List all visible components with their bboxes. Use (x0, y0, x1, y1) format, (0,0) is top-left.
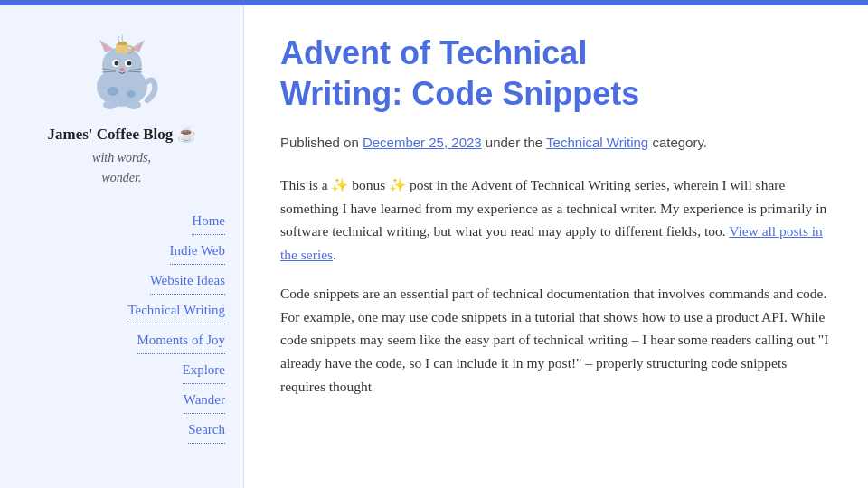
sidebar-item-technical-writing[interactable]: Technical Writing (127, 296, 225, 324)
sidebar-item-wander[interactable]: Wander (184, 386, 225, 414)
meta-category-link[interactable]: Technical Writing (546, 135, 648, 150)
post-title-line2: Writing: Code Snippets (280, 75, 639, 112)
intro-link-suffix: . (333, 247, 336, 262)
sidebar: James' Coffee Blog ☕ with words, wonder.… (0, 5, 244, 488)
svg-point-18 (127, 90, 136, 98)
meta-under: under the (482, 135, 546, 150)
tagline-line1: with words, (92, 151, 151, 164)
sidebar-item-indie-web[interactable]: Indie Web (170, 237, 225, 265)
meta-date-link[interactable]: December 25, 2023 (363, 135, 482, 150)
post-intro: This is a ✨ bonus ✨ post in the Advent o… (280, 174, 832, 266)
sidebar-nav: Home Indie Web Website Ideas Technical W… (18, 207, 225, 444)
sidebar-item-moments-of-joy[interactable]: Moments of Joy (137, 326, 226, 354)
meta-category: Technical Writing (546, 135, 648, 150)
meta-published-label: Published on (280, 135, 363, 150)
meta-date: December 25, 2023 (363, 135, 482, 150)
svg-point-17 (108, 87, 118, 96)
meta-category-suffix: category. (648, 135, 707, 150)
svg-rect-16 (118, 42, 127, 45)
svg-point-9 (127, 61, 131, 66)
sidebar-item-search[interactable]: Search (188, 416, 225, 444)
svg-point-19 (103, 100, 118, 109)
tagline-line2: wonder. (102, 171, 142, 184)
post-title-line1: Advent of Technical (280, 34, 587, 71)
post-meta: Published on December 25, 2023 under the… (280, 132, 832, 154)
post-body: Code snippets are an essential part of t… (280, 282, 832, 398)
post-title: Advent of Technical Writing: Code Snippe… (280, 33, 832, 114)
cat-avatar (81, 33, 163, 114)
blog-title: James' Coffee Blog ☕ (47, 125, 195, 145)
sidebar-item-home[interactable]: Home (192, 207, 225, 235)
main-content: Advent of Technical Writing: Code Snippe… (244, 5, 868, 488)
blog-tagline: with words, wonder. (92, 148, 151, 189)
svg-point-10 (119, 68, 124, 71)
svg-point-8 (114, 61, 118, 66)
page-layout: James' Coffee Blog ☕ with words, wonder.… (0, 5, 868, 488)
svg-point-20 (127, 100, 141, 109)
avatar-container (81, 33, 163, 114)
sidebar-item-website-ideas[interactable]: Website Ideas (150, 267, 225, 295)
sidebar-item-explore[interactable]: Explore (183, 356, 225, 384)
